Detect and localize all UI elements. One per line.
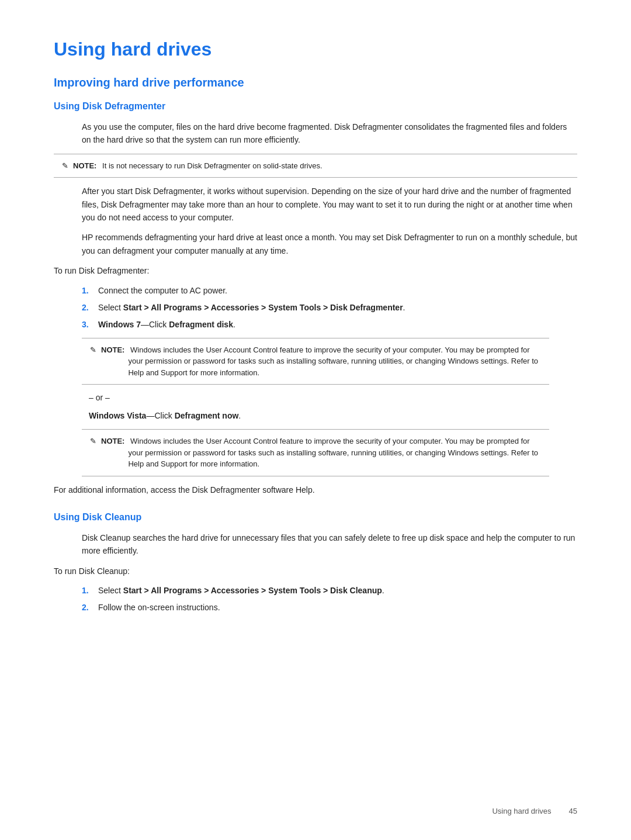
windows-vista-line: Windows Vista—Click Defragment now. — [89, 410, 577, 422]
step-3-bold-prefix: Windows 7 — [98, 320, 141, 329]
step-num-3: 3. — [82, 319, 92, 331]
note-text-1: It is not necessary to run Disk Defragme… — [100, 160, 322, 172]
cleanup-step-1-bold: Start > All Programs > Accessories > Sys… — [123, 586, 382, 595]
cleanup-step-1: 1. Select Start > All Programs > Accesso… — [82, 585, 577, 597]
cleanup-step-content-2: Follow the on-screen instructions. — [98, 602, 577, 614]
subsection-title-disk-cleanup: Using Disk Cleanup — [54, 510, 577, 524]
step-num-1: 1. — [82, 285, 92, 297]
defrag-step-1: 1. Connect the computer to AC power. — [82, 285, 577, 297]
note-box-3: ✎ NOTE: Windows includes the User Accoun… — [82, 429, 549, 476]
step-3-bold-suffix: Defragment disk — [169, 320, 233, 329]
cleanup-step-content-1: Select Start > All Programs > Accessorie… — [98, 585, 577, 597]
note-icon-3: ✎ — [90, 435, 96, 447]
step-content-3: Windows 7—Click Defragment disk. — [98, 319, 577, 331]
vista-bold-prefix: Windows Vista — [89, 411, 146, 420]
footer-text: Using hard drives — [492, 806, 551, 817]
defrag-step-2: 2. Select Start > All Programs > Accesso… — [82, 302, 577, 314]
note-icon-2: ✎ — [90, 344, 96, 356]
para-cleanup-2: To run Disk Cleanup: — [54, 565, 577, 578]
note-box-2: ✎ NOTE: Windows includes the User Accoun… — [82, 338, 549, 385]
closing-text-defrag: For additional information, access the D… — [54, 483, 577, 496]
note-box-1: ✎ NOTE: It is not necessary to run Disk … — [54, 154, 577, 178]
or-separator: – or – — [89, 392, 577, 404]
cleanup-steps-list: 1. Select Start > All Programs > Accesso… — [82, 585, 577, 614]
note-text-2: Windows includes the User Account Contro… — [128, 344, 541, 379]
defrag-steps-list: 1. Connect the computer to AC power. 2. … — [82, 285, 577, 331]
defrag-step-3: 3. Windows 7—Click Defragment disk. — [82, 319, 577, 331]
subsection-title-disk-defragmenter: Using Disk Defragmenter — [54, 99, 577, 113]
cleanup-step-2: 2. Follow the on-screen instructions. — [82, 602, 577, 614]
step-content-1: Connect the computer to AC power. — [98, 285, 577, 297]
step-num-2: 2. — [82, 302, 92, 314]
step-2-bold: Start > All Programs > Accessories > Sys… — [123, 303, 403, 312]
vista-bold-suffix: Defragment now — [175, 411, 239, 420]
note-label-2: NOTE: — [101, 344, 124, 356]
para-defrag-1: As you use the computer, files on the ha… — [82, 120, 577, 147]
section-title: Improving hard drive performance — [54, 74, 577, 91]
cleanup-step-num-1: 1. — [82, 585, 92, 597]
page-title: Using hard drives — [54, 35, 577, 63]
note-label-3: NOTE: — [101, 435, 124, 447]
footer: Using hard drives 45 — [492, 806, 577, 817]
para-defrag-2: After you start Disk Defragmenter, it wo… — [82, 185, 577, 224]
para-cleanup-1: Disk Cleanup searches the hard drive for… — [82, 531, 577, 558]
para-defrag-4: To run Disk Defragmenter: — [54, 264, 577, 277]
note-icon-1: ✎ — [62, 160, 68, 172]
footer-page: 45 — [569, 806, 577, 817]
note-text-3: Windows includes the User Account Contro… — [128, 435, 541, 470]
step-content-2: Select Start > All Programs > Accessorie… — [98, 302, 577, 314]
para-defrag-3: HP recommends defragmenting your hard dr… — [82, 231, 577, 257]
note-label-1: NOTE: — [73, 160, 96, 172]
cleanup-step-num-2: 2. — [82, 602, 92, 614]
